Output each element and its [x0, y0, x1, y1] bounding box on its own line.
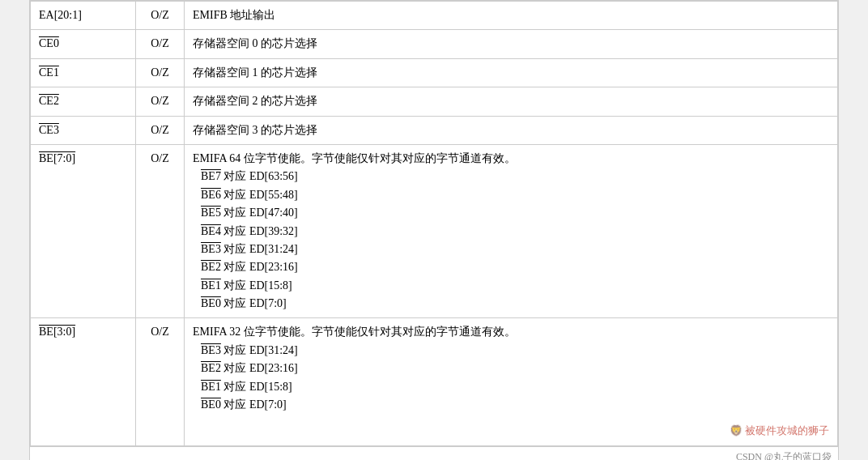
- table-row: BE[7:0]O/ZEMIFA 64 位字节使能。字节使能仅针对其对应的字节通道…: [31, 144, 838, 318]
- pin-cell: BE[7:0]: [31, 144, 136, 318]
- sub-item: BE1 对应 ED[15:8]: [201, 378, 829, 396]
- pin-cell: EA[20:1]: [31, 2, 136, 30]
- sub-item: BE1 对应 ED[15:8]: [201, 277, 829, 295]
- type-cell: O/Z: [136, 30, 185, 58]
- pin-cell: CE0: [31, 30, 136, 58]
- sub-item: BE7 对应 ED[63:56]: [201, 168, 829, 185]
- sub-item: BE3 对应 ED[31:24]: [201, 342, 829, 360]
- table-row: CE0O/Z存储器空间 0 的芯片选择: [31, 30, 838, 58]
- table-row: BE[3:0]O/ZEMIFA 32 位字节使能。字节使能仅针对其对应的字节通道…: [31, 318, 838, 445]
- desc-cell: 存储器空间 3 的芯片选择: [185, 116, 838, 144]
- type-cell: O/Z: [136, 318, 185, 445]
- type-cell: O/Z: [136, 87, 185, 116]
- main-container: EA[20:1]O/ZEMIFB 地址输出CE0O/Z存储器空间 0 的芯片选择…: [29, 0, 839, 460]
- type-cell: O/Z: [136, 2, 185, 30]
- pin-cell: BE[3:0]: [31, 318, 136, 445]
- csdn-tag: CSDN @丸子的蓝口袋: [30, 446, 838, 460]
- pin-table: EA[20:1]O/ZEMIFB 地址输出CE0O/Z存储器空间 0 的芯片选择…: [30, 1, 838, 446]
- pin-cell: CE3: [31, 116, 136, 144]
- desc-cell: 存储器空间 1 的芯片选择: [185, 58, 838, 87]
- type-cell: O/Z: [136, 144, 185, 318]
- pin-cell: CE1: [31, 58, 136, 87]
- sub-item: BE6 对应 ED[55:48]: [201, 186, 829, 204]
- desc-cell: EMIFA 64 位字节使能。字节使能仅针对其对应的字节通道有效。BE7 对应 …: [185, 144, 838, 318]
- pin-cell: CE2: [31, 87, 136, 116]
- table-row: CE2O/Z存储器空间 2 的芯片选择: [31, 87, 838, 116]
- type-cell: O/Z: [136, 116, 185, 144]
- sub-item: BE0 对应 ED[7:0]: [201, 396, 829, 414]
- table-row: CE3O/Z存储器空间 3 的芯片选择: [31, 116, 838, 144]
- sub-item: BE0 对应 ED[7:0]: [201, 295, 829, 313]
- desc-cell: EMIFA 32 位字节使能。字节使能仅针对其对应的字节通道有效。BE3 对应 …: [185, 318, 838, 445]
- sub-item: BE5 对应 ED[47:40]: [201, 204, 829, 222]
- sub-item: BE3 对应 ED[31:24]: [201, 241, 829, 258]
- sub-item: BE2 对应 ED[23:16]: [201, 258, 829, 276]
- desc-cell: 存储器空间 0 的芯片选择: [185, 30, 838, 58]
- desc-cell: EMIFB 地址输出: [185, 2, 838, 30]
- sub-item: BE4 对应 ED[39:32]: [201, 223, 829, 241]
- sub-item: BE2 对应 ED[23:16]: [201, 360, 829, 377]
- table-row: CE1O/Z存储器空间 1 的芯片选择: [31, 58, 838, 87]
- type-cell: O/Z: [136, 58, 185, 87]
- watermark: 🦁 被硬件攻城的狮子: [193, 422, 829, 440]
- table-row: EA[20:1]O/ZEMIFB 地址输出: [31, 2, 838, 30]
- desc-cell: 存储器空间 2 的芯片选择: [185, 87, 838, 116]
